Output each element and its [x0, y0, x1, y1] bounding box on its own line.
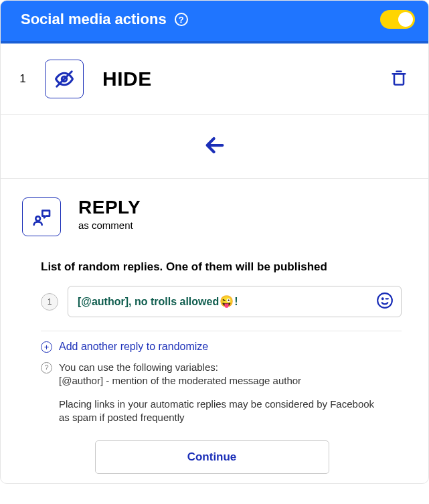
back-row [1, 115, 428, 178]
plus-icon: + [41, 341, 52, 353]
hide-action-row: 1 HIDE [1, 44, 428, 114]
emoji-picker-button[interactable] [376, 292, 394, 312]
help-line-1: You can use the following variables: [59, 361, 301, 374]
reply-input-wrap: [@author], no trolls allowed 😜! [68, 286, 402, 317]
add-reply-button[interactable]: + Add another reply to randomize [41, 341, 402, 353]
hide-icon-box[interactable] [45, 60, 84, 98]
reply-input[interactable]: [@author], no trolls allowed 😜! [68, 286, 402, 317]
reply-text-post: ! [234, 296, 238, 308]
svg-point-6 [35, 216, 40, 221]
hide-label: HIDE [102, 68, 152, 90]
reply-index: 1 [41, 293, 58, 311]
variables-help: ? You can use the following variables: [… [41, 361, 402, 388]
reply-title: REPLY [78, 197, 141, 218]
delete-action-button[interactable] [390, 68, 408, 90]
thin-divider [41, 331, 402, 331]
wink-emoji-icon [376, 292, 394, 309]
continue-button[interactable]: Continue [95, 440, 329, 474]
continue-wrap: Continue [22, 440, 402, 483]
enable-toggle[interactable] [380, 10, 415, 29]
toggle-knob [398, 12, 413, 27]
trash-icon [390, 68, 408, 87]
question-icon: ? [41, 362, 52, 373]
reply-text-emoji: 😜 [220, 295, 234, 309]
social-actions-card: Social media actions ? 1 HIDE [0, 0, 429, 484]
replies-list-header: List of random replies. One of them will… [41, 260, 402, 274]
reply-title-block: REPLY as comment [78, 197, 141, 231]
help-line-2: [@author] - mention of the moderated mes… [59, 374, 301, 388]
reply-header: REPLY as comment [22, 197, 402, 236]
header-title: Social media actions [21, 11, 167, 28]
eye-off-icon [54, 69, 74, 89]
action-index: 1 [13, 72, 33, 86]
reply-text-pre: [@author], no trolls allowed [78, 296, 219, 308]
reply-item: 1 [@author], no trolls allowed 😜! [41, 286, 402, 317]
spam-note: Placing links in your automatic replies … [59, 398, 402, 425]
svg-point-8 [382, 298, 383, 299]
reply-icon-box [22, 197, 61, 236]
reply-person-icon [31, 206, 52, 228]
reply-subtitle: as comment [78, 220, 141, 231]
card-header: Social media actions ? [1, 1, 428, 44]
svg-point-7 [377, 293, 392, 308]
variables-help-text: You can use the following variables: [@a… [59, 361, 301, 388]
back-arrow-icon[interactable] [201, 134, 228, 157]
help-icon[interactable]: ? [175, 13, 188, 26]
add-reply-label: Add another reply to randomize [59, 341, 208, 353]
reply-section: REPLY as comment List of random replies.… [1, 178, 428, 483]
svg-rect-4 [394, 74, 404, 84]
